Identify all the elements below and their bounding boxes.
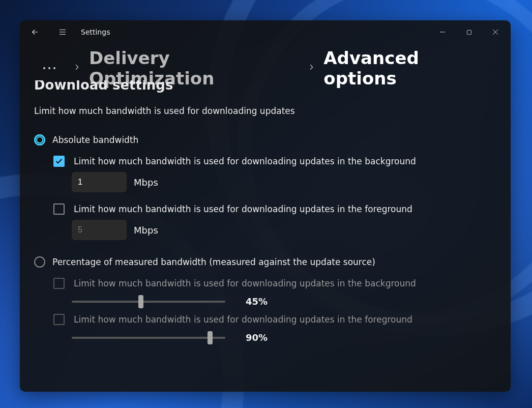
titlebar: Settings — [20, 20, 511, 44]
settings-window: Settings Delivery Optimization Advanced … — [20, 20, 511, 392]
bg-limit-input-row: Mbps — [72, 172, 496, 192]
bg-limit-input[interactable] — [72, 172, 127, 192]
content-area: Download settings Limit how much bandwid… — [20, 80, 511, 392]
checkbox-indicator — [53, 278, 65, 289]
chevron-right-icon — [307, 63, 315, 73]
pct-fg-value: 90% — [246, 332, 268, 343]
pct-bg-value: 45% — [246, 296, 268, 307]
pct-fg-slider[interactable] — [72, 333, 225, 342]
checkbox-fg-limit[interactable]: Limit how much bandwidth is used for dow… — [53, 203, 496, 215]
fg-limit-input-row: Mbps — [72, 220, 496, 240]
checkbox-label: Limit how much bandwidth is used for dow… — [74, 278, 416, 288]
radio-absolute-bandwidth[interactable]: Absolute bandwidth — [34, 134, 496, 145]
svg-rect-0 — [467, 30, 471, 34]
hamburger-menu-icon[interactable] — [51, 22, 74, 42]
checkbox-label: Limit how much bandwidth is used for dow… — [74, 204, 412, 214]
close-button[interactable] — [482, 22, 509, 42]
back-button[interactable] — [24, 22, 46, 42]
checkbox-label: Limit how much bandwidth is used for dow… — [74, 314, 412, 325]
breadcrumb-more-icon[interactable] — [34, 67, 65, 69]
maximize-button[interactable] — [456, 22, 482, 42]
checkbox-pct-fg-limit[interactable]: Limit how much bandwidth is used for dow… — [53, 314, 496, 325]
fg-limit-input[interactable] — [72, 220, 127, 240]
minimize-button[interactable] — [429, 22, 456, 42]
unit-label: Mbps — [134, 225, 158, 236]
unit-label: Mbps — [134, 177, 158, 188]
checkbox-indicator — [53, 156, 65, 167]
radio-percentage-bandwidth[interactable]: Percentage of measured bandwidth (measur… — [34, 256, 496, 268]
checkbox-pct-bg-limit[interactable]: Limit how much bandwidth is used for dow… — [53, 278, 496, 289]
radio-label: Percentage of measured bandwidth (measur… — [52, 257, 375, 267]
chevron-right-icon — [73, 63, 81, 73]
checkbox-bg-limit[interactable]: Limit how much bandwidth is used for dow… — [53, 156, 496, 167]
radio-indicator — [34, 134, 45, 145]
radio-label: Absolute bandwidth — [52, 135, 138, 145]
checkbox-indicator — [53, 203, 65, 215]
pct-bg-slider[interactable] — [72, 297, 225, 306]
radio-indicator — [34, 256, 45, 268]
pct-bg-slider-row: 45% — [72, 296, 496, 307]
pct-fg-slider-row: 90% — [72, 332, 496, 343]
window-title: Settings — [81, 28, 110, 36]
checkbox-indicator — [53, 314, 65, 325]
section-title: Download settings — [34, 80, 496, 93]
absolute-group: Limit how much bandwidth is used for dow… — [53, 156, 496, 240]
section-subtitle: Limit how much bandwidth is used for dow… — [34, 106, 496, 116]
checkbox-label: Limit how much bandwidth is used for dow… — [74, 156, 416, 166]
percentage-group: Limit how much bandwidth is used for dow… — [53, 278, 496, 343]
